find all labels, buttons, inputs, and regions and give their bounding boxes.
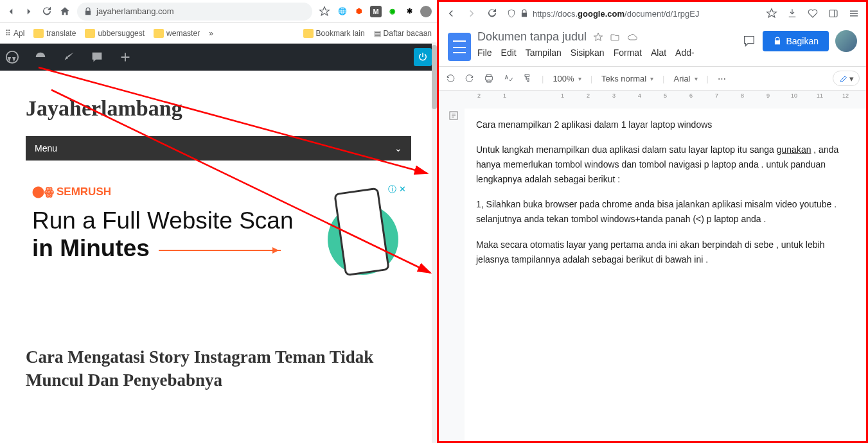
- gauge-icon[interactable]: [33, 50, 48, 64]
- forward-icon[interactable]: [23, 6, 35, 17]
- download-icon[interactable]: [786, 8, 798, 19]
- article-title[interactable]: Cara Mengatasi Story Instagram Teman Tid…: [26, 345, 411, 392]
- edit-mode-button[interactable]: ▾: [833, 71, 860, 86]
- shield-icon: [507, 9, 516, 18]
- back-icon-r[interactable]: [445, 8, 457, 19]
- comments-icon[interactable]: [742, 34, 756, 48]
- menu-tampilan[interactable]: Tampilan: [526, 48, 562, 58]
- print-icon[interactable]: [484, 73, 494, 83]
- scrollbar-left[interactable]: [432, 42, 437, 443]
- menu-format[interactable]: Format: [614, 48, 642, 58]
- paragraph-2: Untuk langkah menampilkan dua aplikasi d…: [476, 143, 855, 187]
- menu-edit[interactable]: Edit: [501, 48, 517, 58]
- site-content: Jayaherlambang Menu⌄ ⓘ ✕ ⬤ꙮ SEMRUSH Run …: [0, 71, 437, 443]
- ext-icon-2[interactable]: ⬢: [353, 6, 365, 17]
- redo-icon[interactable]: [465, 73, 475, 83]
- comment-icon[interactable]: [90, 50, 104, 64]
- chrome-toolbar-right: https://docs.google.com/document/d/1rpgE…: [439, 2, 866, 25]
- home-icon[interactable]: [59, 6, 71, 17]
- reload-icon[interactable]: [41, 6, 53, 17]
- docs-logo-icon[interactable]: [448, 33, 471, 61]
- url-bar-left[interactable]: jayaherlambang.com: [77, 3, 312, 21]
- chrome-toolbar-left: jayaherlambang.com 🌐 ⬢ M ◉ ✱: [0, 0, 437, 23]
- bookmark-translate[interactable]: translate: [33, 29, 76, 38]
- docs-header: Dokumen tanpa judul File Edit Tampilan S…: [439, 25, 866, 61]
- url-text: jayaherlambang.com: [96, 6, 174, 16]
- ext-icon-5[interactable]: ✱: [403, 6, 415, 17]
- menu-icon-r[interactable]: [848, 8, 860, 19]
- right-browser-window: https://docs.google.com/document/d/1rpgE…: [437, 0, 868, 443]
- star-icon-r[interactable]: [766, 8, 777, 19]
- wordpress-admin-bar: [0, 44, 437, 71]
- ad-banner[interactable]: ⓘ ✕ ⬤ꙮ SEMRUSH Run a Full Website Scan i…: [26, 178, 411, 294]
- left-browser-window: jayaherlambang.com 🌐 ⬢ M ◉ ✱ ⠿ Apl trans…: [0, 0, 437, 443]
- wordpress-icon[interactable]: [5, 50, 19, 64]
- profile-icon[interactable]: [420, 6, 432, 17]
- paragraph-1: Cara menampilkan 2 aplikasi dalam 1 laya…: [476, 117, 855, 132]
- docs-body: Cara menampilkan 2 aplikasi dalam 1 laya…: [439, 101, 866, 441]
- site-title: Jayaherlambang: [26, 96, 411, 121]
- add-icon[interactable]: [118, 50, 132, 64]
- lock-icon: [84, 7, 93, 16]
- ad-graphic: [321, 185, 398, 281]
- heart-icon[interactable]: [807, 8, 819, 19]
- paint-format-icon[interactable]: [522, 73, 533, 83]
- menu-sisipkan[interactable]: Sisipkan: [571, 48, 605, 58]
- docs-menu-bar: File Edit Tampilan Sisipkan Format Alat …: [477, 48, 736, 58]
- outline-toggle[interactable]: [439, 101, 465, 441]
- menu-file[interactable]: File: [477, 48, 492, 58]
- paragraph-4: Maka secara otomatis layar yang pertama …: [476, 238, 855, 267]
- avatar[interactable]: [835, 30, 857, 52]
- menu-add[interactable]: Add-: [675, 48, 695, 58]
- bookmarks-bar: ⠿ Apl translate ubbersuggest wemaster » …: [0, 23, 437, 44]
- forward-icon-r[interactable]: [466, 8, 477, 19]
- menu-alat[interactable]: Alat: [651, 48, 666, 58]
- doc-title[interactable]: Dokumen tanpa judul: [477, 30, 587, 44]
- bookmark-wemaster[interactable]: wemaster: [154, 29, 200, 38]
- brush-icon[interactable]: [62, 50, 76, 64]
- panel-icon[interactable]: [828, 8, 839, 19]
- url-text-r: https://docs.google.com/document/d/1rpgE…: [533, 9, 699, 19]
- more-toolbar-icon[interactable]: ⋯: [718, 74, 726, 83]
- bookmark-other[interactable]: Bookmark lain: [303, 29, 365, 38]
- star-doc-icon[interactable]: [593, 32, 603, 42]
- document-page[interactable]: Cara menampilkan 2 aplikasi dalam 1 laya…: [465, 109, 866, 441]
- menu-dropdown[interactable]: Menu⌄: [26, 136, 411, 161]
- zoom-select[interactable]: 100%: [553, 74, 581, 83]
- reading-list[interactable]: ▤ Daftar bacaan: [374, 29, 432, 38]
- reload-icon-r[interactable]: [486, 8, 498, 19]
- docs-toolbar: | 100% | Teks normal | Arial | ⋯ ▾: [439, 66, 866, 91]
- font-select[interactable]: Arial: [674, 74, 698, 83]
- star-icon[interactable]: [319, 6, 330, 17]
- style-select[interactable]: Teks normal: [601, 74, 653, 83]
- extension-icons: 🌐 ⬢ M ◉ ✱: [337, 6, 432, 17]
- paragraph-3: 1, Silahkan buka browser pada chrome and…: [476, 197, 855, 227]
- lock-icon-r: [520, 9, 529, 18]
- ext-icon-3[interactable]: M: [370, 6, 382, 17]
- bookmark-more[interactable]: »: [209, 29, 213, 38]
- share-button[interactable]: Bagikan: [763, 31, 829, 51]
- undo-icon[interactable]: [445, 73, 456, 83]
- cloud-icon[interactable]: [626, 32, 638, 42]
- ext-icon-4[interactable]: ◉: [387, 6, 398, 17]
- bookmark-ubber[interactable]: ubbersuggest: [85, 29, 145, 38]
- spellcheck-icon[interactable]: [503, 73, 513, 83]
- back-icon[interactable]: [5, 6, 17, 17]
- power-button[interactable]: [414, 48, 432, 66]
- ruler[interactable]: 21 12 34 56 78 910 1112: [439, 91, 866, 101]
- ext-icon-1[interactable]: 🌐: [337, 6, 348, 17]
- move-icon[interactable]: [610, 32, 620, 42]
- url-bar-right[interactable]: https://docs.google.com/document/d/1rpgE…: [507, 9, 757, 19]
- svg-rect-1: [829, 10, 837, 17]
- bookmark-apps[interactable]: ⠿ Apl: [5, 29, 24, 38]
